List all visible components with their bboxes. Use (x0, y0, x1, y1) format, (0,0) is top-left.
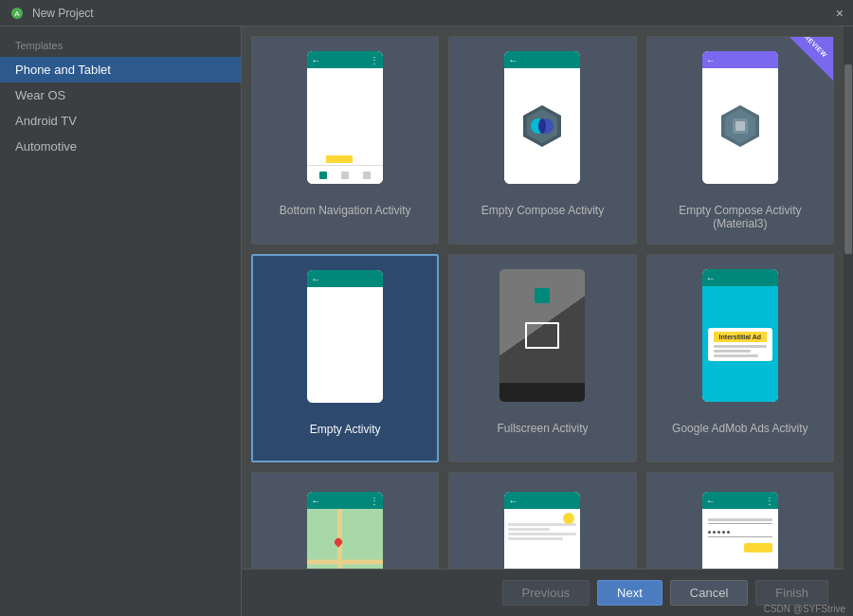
interstitial-ad-label: Interstitial Ad (714, 332, 767, 342)
pwd-dot-1 (708, 531, 711, 534)
back-arrow-icon: ← (311, 55, 320, 65)
map-pin-icon (334, 538, 343, 552)
fs-back-btn (535, 288, 550, 303)
template-preview-empty-compose: ← (449, 37, 635, 198)
phone-top-bar-2: ← (504, 51, 580, 68)
gpay-line-3 (508, 533, 576, 535)
interstitial-lines (714, 345, 767, 357)
gpay-top-bar: ← (504, 492, 580, 509)
sidebar-item-android-tv[interactable]: Android TV (0, 108, 241, 134)
back-arrow-icon-3: ← (706, 55, 716, 65)
back-arrow-icon-2: ← (508, 55, 517, 65)
sidebar-item-automotive[interactable]: Automotive (0, 134, 241, 159)
phone-mockup-bottom-nav: ← ⋮ (307, 51, 383, 184)
template-card-map[interactable]: ← ⋮ Google Maps Activity (251, 472, 439, 569)
gpay-lines (508, 523, 576, 540)
gpay-line-4 (508, 537, 563, 540)
pwd-dot-3 (717, 531, 720, 534)
gpay-phone-mock: ← G (504, 492, 580, 569)
back-arrow-icon-4: ← (311, 274, 320, 284)
fullscreen-corner-brackets (525, 322, 559, 349)
phone-top-bar: ← ⋮ (307, 51, 383, 68)
svg-text:A: A (14, 9, 20, 18)
sidebar-label-automotive: Automotive (15, 139, 77, 154)
pwd-dot-4 (722, 531, 725, 534)
login-back-icon: ← (706, 496, 716, 506)
templates-grid: ← ⋮ Bottom Navigation A (242, 27, 844, 569)
template-preview-admob: ← Interstitial Ad (647, 255, 833, 416)
template-name-empty-compose-m3: Empty Compose Activity (Material3) (647, 200, 833, 230)
login-body (702, 509, 778, 569)
template-preview-gpay: ← G (449, 473, 635, 569)
app-icon: A (9, 6, 25, 21)
map-road-horizontal (307, 560, 383, 565)
template-preview-bottom-nav: ← ⋮ (252, 37, 438, 198)
login-phone-mock: ← ⋮ (702, 492, 778, 569)
title-bar-left: A New Project (9, 6, 94, 21)
template-card-admob[interactable]: ← Interstitial Ad (646, 254, 834, 462)
gpay-line-2 (508, 528, 549, 531)
scrollbar-thumb[interactable] (844, 64, 852, 254)
template-name-fullscreen: Fullscreen Activity (493, 418, 591, 435)
interstitial-line-1 (714, 345, 767, 348)
template-card-login[interactable]: ← ⋮ (646, 472, 834, 569)
interstitial-card: Interstitial Ad (708, 328, 772, 361)
phone-mockup-empty-compose-m3: ← (702, 51, 778, 184)
cancel-button[interactable]: Cancel (670, 580, 748, 606)
admob-back-icon: ← (706, 273, 716, 283)
svg-point-6 (538, 118, 546, 134)
title-bar: A New Project × (0, 0, 853, 27)
template-preview-empty-activity: ← (253, 256, 437, 417)
main-container: Templates Phone and Tablet Wear OS Andro… (0, 27, 853, 616)
close-button[interactable]: × (836, 7, 844, 20)
login-top-bar: ← ⋮ (702, 492, 778, 509)
login-menu-icon: ⋮ (765, 496, 774, 506)
template-card-bottom-nav[interactable]: ← ⋮ Bottom Navigation A (251, 36, 439, 245)
template-card-fullscreen[interactable]: Fullscreen Activity (448, 254, 636, 462)
sidebar-item-phone-tablet[interactable]: Phone and Tablet (0, 57, 241, 82)
phone-top-bar-4: ← (307, 270, 383, 287)
admob-body: Interstitial Ad (702, 286, 778, 402)
sidebar-section-label: Templates (0, 34, 241, 57)
footer: Previous Next Cancel Finish (242, 569, 844, 616)
sidebar-label-wear-os: Wear OS (15, 88, 65, 102)
scrollbar-track[interactable] (844, 27, 853, 616)
map-back-icon: ← (311, 496, 320, 506)
map-body (307, 509, 383, 569)
sidebar-label-android-tv: Android TV (15, 114, 77, 128)
interstitial-line-3 (714, 354, 759, 357)
next-button[interactable]: Next (597, 580, 662, 606)
interstitial-line-2 (714, 350, 751, 353)
phone-body-2 (504, 68, 580, 184)
admob-top-bar: ← (702, 269, 778, 286)
window-title: New Project (32, 7, 94, 20)
template-card-gpay[interactable]: ← G (448, 472, 636, 569)
watermark: CSDN @SYFStrive (764, 604, 845, 614)
corner-bracket-icon (525, 322, 559, 349)
sidebar-item-wear-os[interactable]: Wear OS (0, 82, 241, 108)
template-card-empty-compose[interactable]: ← Empty Compose Ac (448, 36, 636, 245)
fullscreen-top-bar-mock (499, 288, 585, 303)
fullscreen-mock (499, 269, 585, 402)
template-card-empty-activity[interactable]: ← Empty Activity (251, 254, 439, 462)
login-username-field (708, 515, 772, 524)
finish-button[interactable]: Finish (755, 580, 828, 606)
sidebar-label-phone-tablet: Phone and Tablet (15, 63, 111, 77)
phone-mockup-empty-compose: ← (504, 51, 580, 184)
admob-phone-mock: ← Interstitial Ad (702, 269, 778, 402)
template-name-empty-activity: Empty Activity (306, 419, 385, 436)
svg-rect-10 (735, 121, 745, 131)
nav-dot-3 (363, 172, 371, 179)
template-name-bottom-nav: Bottom Navigation Activity (276, 200, 415, 217)
fs-bottom-bar (499, 383, 585, 402)
template-name-admob: Google AdMob Ads Activity (668, 418, 811, 435)
template-name-empty-compose: Empty Compose Activity (478, 200, 608, 217)
previous-button[interactable]: Previous (502, 580, 590, 606)
template-card-empty-compose-m3[interactable]: PREVIEW ← (646, 36, 834, 245)
map-phone-mock: ← ⋮ (307, 492, 383, 569)
yellow-bar (326, 155, 353, 163)
map-menu-icon: ⋮ (370, 496, 379, 506)
pwd-dot-5 (727, 531, 730, 534)
template-preview-fullscreen (449, 255, 635, 416)
phone-body-4 (307, 287, 383, 403)
